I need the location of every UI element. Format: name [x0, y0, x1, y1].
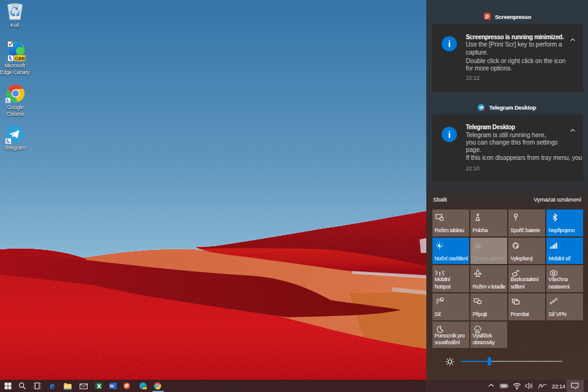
svg-text:e: e	[50, 380, 55, 391]
svg-text:CAN: CAN	[15, 56, 24, 61]
